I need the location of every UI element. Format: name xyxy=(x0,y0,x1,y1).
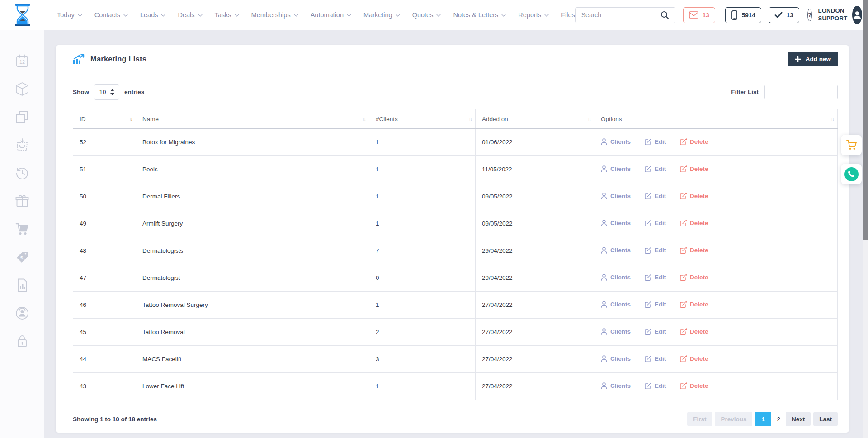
clients-link[interactable]: Clients xyxy=(601,220,631,226)
clients-link[interactable]: Clients xyxy=(601,247,631,254)
gift-icon[interactable] xyxy=(13,193,31,210)
delete-link[interactable]: Delete xyxy=(680,193,708,199)
nav-item-memberships[interactable]: Memberships xyxy=(251,11,298,19)
nav-item-tasks[interactable]: Tasks xyxy=(215,11,239,19)
clients-link[interactable]: Clients xyxy=(601,193,631,199)
clients-link[interactable]: Clients xyxy=(601,328,631,335)
clients-link[interactable]: Clients xyxy=(601,382,631,389)
delete-link[interactable]: Delete xyxy=(680,274,708,281)
cell-clients: 1 xyxy=(369,183,476,210)
calendar-icon[interactable]: 12 xyxy=(13,52,31,70)
messages-badge[interactable]: 13 xyxy=(683,7,715,23)
cell-clients: 1 xyxy=(369,210,476,237)
edit-icon xyxy=(645,328,651,335)
history-icon[interactable] xyxy=(13,165,31,182)
checkmark-icon xyxy=(774,12,783,18)
edit-link[interactable]: Edit xyxy=(645,355,666,362)
cell-clients: 7 xyxy=(369,237,476,264)
nav-item-leads[interactable]: Leads xyxy=(140,11,166,19)
tasks-badge[interactable]: 13 xyxy=(769,7,799,23)
chevron-down-icon xyxy=(396,14,400,17)
delete-link[interactable]: Delete xyxy=(680,301,708,308)
edit-link[interactable]: Edit xyxy=(645,220,666,226)
page-button-1[interactable]: 1 xyxy=(755,412,771,426)
pagination: FirstPrevious12NextLast xyxy=(687,412,838,426)
delete-link[interactable]: Delete xyxy=(680,328,708,335)
nav-item-today[interactable]: Today xyxy=(57,11,82,19)
app-logo-hourglass-icon[interactable] xyxy=(14,3,32,27)
delete-link[interactable]: Delete xyxy=(680,247,708,254)
edit-icon xyxy=(645,138,651,145)
clients-link[interactable]: Clients xyxy=(601,274,631,281)
edit-link[interactable]: Edit xyxy=(645,274,666,281)
column-header[interactable]: Name ↑↓ xyxy=(136,109,369,129)
price-tag-icon[interactable]: $ xyxy=(13,249,31,266)
page-button-previous[interactable]: Previous xyxy=(715,412,752,426)
delete-link[interactable]: Delete xyxy=(680,355,708,362)
edit-link[interactable]: Edit xyxy=(645,247,666,254)
nav-item-contacts[interactable]: Contacts xyxy=(94,11,128,19)
lock-icon[interactable] xyxy=(13,333,31,350)
search-input[interactable] xyxy=(576,8,655,23)
delete-link[interactable]: Delete xyxy=(680,220,708,226)
nav-item-quotes[interactable]: Quotes xyxy=(412,11,441,19)
phone-quick-button[interactable] xyxy=(841,164,862,184)
bag-download-icon[interactable] xyxy=(13,137,31,154)
nav-item-notes-letters[interactable]: Notes & Letters xyxy=(453,11,506,19)
clients-link[interactable]: Clients xyxy=(601,165,631,172)
cell-id: 52 xyxy=(73,129,136,156)
scrollbar-thumb[interactable] xyxy=(863,0,868,240)
help-button[interactable]: ? xyxy=(807,9,812,21)
support-person-icon[interactable] xyxy=(13,305,31,322)
page-button-first[interactable]: First xyxy=(687,412,712,426)
nav-item-marketing[interactable]: Marketing xyxy=(363,11,400,19)
nav-item-files[interactable]: Files xyxy=(561,11,575,19)
column-header[interactable]: Added on ↑↓ xyxy=(476,109,594,129)
cell-options: Clients Edit Delete xyxy=(594,129,838,156)
edit-link[interactable]: Edit xyxy=(645,382,666,389)
chevron-down-icon xyxy=(294,14,298,17)
clients-link[interactable]: Clients xyxy=(601,355,631,362)
column-header[interactable]: #Clients ↑↓ xyxy=(369,109,476,129)
edit-link[interactable]: Edit xyxy=(645,165,666,172)
page-button-next[interactable]: Next xyxy=(786,412,811,426)
nav-item-reports[interactable]: Reports xyxy=(518,11,549,19)
page-size-select[interactable]: 10 xyxy=(94,84,119,100)
cell-name: Dermatologists xyxy=(136,237,369,264)
delete-link[interactable]: Delete xyxy=(680,165,708,172)
add-new-button[interactable]: Add new xyxy=(788,52,838,66)
page-button-2[interactable]: 2 xyxy=(774,412,783,426)
cart-icon[interactable] xyxy=(13,221,31,238)
edit-link[interactable]: Edit xyxy=(645,301,666,308)
edit-link[interactable]: Edit xyxy=(645,328,666,335)
page-button-last[interactable]: Last xyxy=(813,412,838,426)
delete-link[interactable]: Delete xyxy=(680,138,708,145)
filter-input[interactable] xyxy=(764,85,838,99)
cart-quick-button[interactable] xyxy=(841,135,862,155)
cell-id: 45 xyxy=(73,319,136,346)
nav-item-automation[interactable]: Automation xyxy=(311,11,351,19)
delete-link[interactable]: Delete xyxy=(680,382,708,389)
edit-icon xyxy=(645,247,651,254)
clients-link[interactable]: Clients xyxy=(601,138,631,145)
clients-link[interactable]: Clients xyxy=(601,301,631,308)
duplicate-icon[interactable] xyxy=(13,108,31,126)
cell-added-on: 27/04/2022 xyxy=(476,292,594,319)
table-row: 43 Lower Face Lift 1 27/04/2022 Clients … xyxy=(73,373,838,400)
edit-link[interactable]: Edit xyxy=(645,138,666,145)
floating-buttons xyxy=(841,135,862,184)
avatar[interactable] xyxy=(852,6,862,24)
calls-badge[interactable]: 5914 xyxy=(725,7,761,23)
cube-icon[interactable] xyxy=(13,80,31,98)
delete-icon xyxy=(680,274,687,281)
column-header[interactable]: ID ↑↓ xyxy=(73,109,136,129)
cell-options: Clients Edit Delete xyxy=(594,346,838,373)
delete-icon xyxy=(680,138,687,145)
edit-link[interactable]: Edit xyxy=(645,193,666,199)
search-button[interactable] xyxy=(655,8,675,23)
nav-item-deals[interactable]: Deals xyxy=(178,11,202,19)
chevron-down-icon xyxy=(347,14,351,17)
show-label: Show xyxy=(73,89,89,95)
column-header[interactable]: Options ↑↓ xyxy=(594,109,838,129)
report-document-icon[interactable] xyxy=(13,277,31,294)
